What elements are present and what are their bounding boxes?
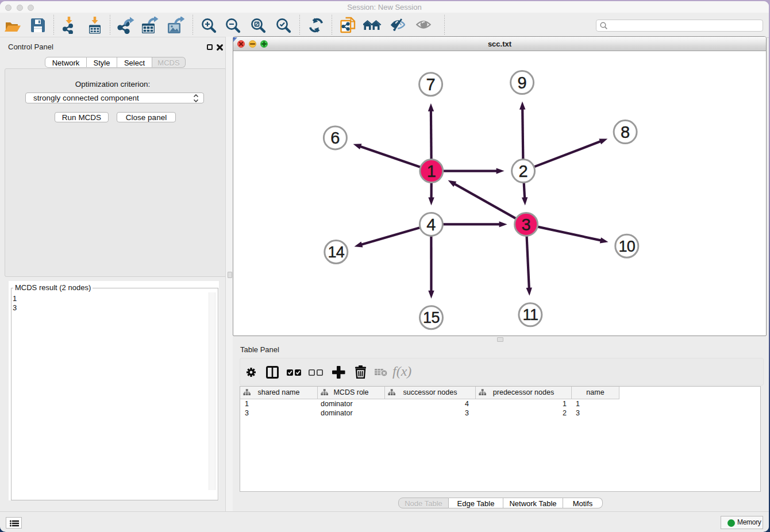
svg-text:4: 4 <box>427 215 436 234</box>
svg-text:11: 11 <box>523 306 538 323</box>
svg-text:9: 9 <box>518 74 527 92</box>
svg-text:1: 1 <box>427 162 436 180</box>
svg-text:7: 7 <box>426 75 436 94</box>
svg-text:f(x): f(x) <box>392 365 411 379</box>
svg-text:2: 2 <box>519 162 528 180</box>
svg-text:15: 15 <box>423 309 440 326</box>
svg-text:10: 10 <box>619 238 636 255</box>
svg-text:8: 8 <box>621 123 630 141</box>
svg-text:3: 3 <box>522 215 531 234</box>
svg-text:6: 6 <box>331 129 340 147</box>
svg-text:14: 14 <box>328 244 345 261</box>
